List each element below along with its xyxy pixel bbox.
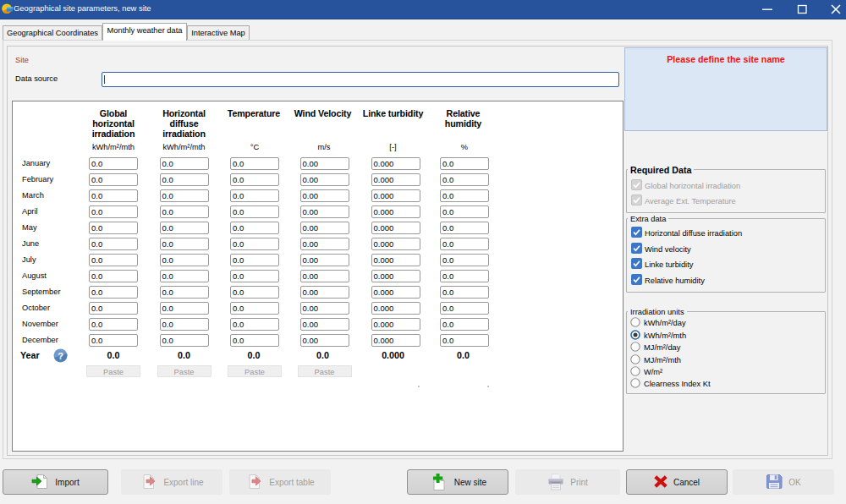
svg-text:?: ? — [58, 351, 63, 361]
